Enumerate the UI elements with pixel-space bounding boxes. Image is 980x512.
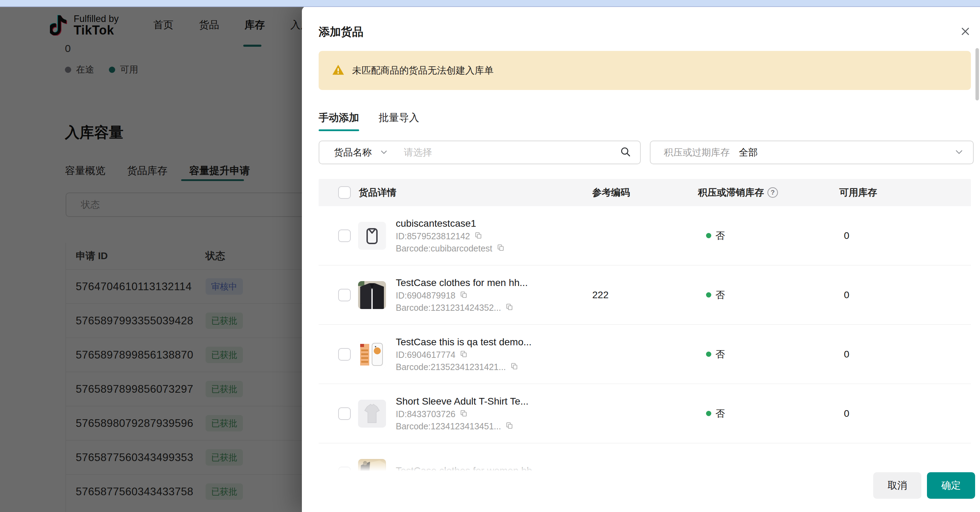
overstock-value: 否 xyxy=(716,289,725,301)
status-dot xyxy=(706,411,711,416)
overstock-value: 否 xyxy=(716,407,725,420)
product-id-line: ID:6904617774 xyxy=(396,350,531,360)
row-checkbox[interactable] xyxy=(338,348,351,361)
modal-tabs: 手动添加 批量导入 xyxy=(319,111,419,131)
product-id-line: ID:8433703726 xyxy=(396,409,528,419)
product-thumbnail xyxy=(358,222,386,250)
row-checkbox[interactable] xyxy=(338,230,351,242)
tab-batch-import[interactable]: 批量导入 xyxy=(379,111,419,131)
product-name: TestCase clothes for men hh... xyxy=(396,277,528,288)
overstock-cell: 否 xyxy=(706,348,725,361)
product-info: Short Sleeve Adult T-Shirt Te... ID:8433… xyxy=(396,396,528,431)
available-stock: 0 xyxy=(844,290,850,301)
reference-code: 222 xyxy=(592,290,609,301)
overstock-value: 否 xyxy=(716,230,725,242)
goods-table-header: 货品详情 参考编码 积压或滞销库存 ? 可用库存 xyxy=(319,179,971,206)
available-stock: 0 xyxy=(844,408,850,419)
copy-barcode-icon[interactable] xyxy=(510,362,518,372)
copy-id-icon[interactable] xyxy=(474,231,482,241)
product-id-line: ID:6904879918 xyxy=(396,290,528,301)
available-stock: 0 xyxy=(844,230,850,241)
row-checkbox[interactable] xyxy=(338,289,351,301)
column-header-available: 可用库存 xyxy=(839,186,877,199)
product-thumbnail xyxy=(358,281,386,309)
product-barcode-line: Barcode:1231231424352... xyxy=(396,303,528,313)
product-name: cubiscantestcase1 xyxy=(396,218,505,229)
search-placeholder: 请选择 xyxy=(404,146,611,159)
add-goods-modal: 添加货品 未匹配商品的货品无法创建入库单 手动添加 批量导入 货品名称 请选择 xyxy=(302,6,980,512)
product-barcode-line: Barcode:1234123413451... xyxy=(396,421,528,431)
overstock-header-label: 积压或滞销库存 xyxy=(698,186,764,199)
overstock-filter-select[interactable]: 积压或过期库存 全部 xyxy=(650,141,974,164)
copy-id-icon[interactable] xyxy=(460,409,468,419)
product-id-line: ID:8579523812142 xyxy=(396,231,505,241)
goods-row: cubiscantestcase1 ID:8579523812142 Barco… xyxy=(319,206,971,265)
jacket-photo xyxy=(358,281,386,309)
search-field-selector[interactable]: 货品名称 xyxy=(334,146,372,159)
modal-title: 添加货品 xyxy=(319,24,363,40)
package-icon xyxy=(358,222,386,250)
column-header-overstock: 积压或滞销库存 ? xyxy=(698,186,778,199)
tshirt-photo xyxy=(358,400,386,428)
product-info: TestCase this is qa test demo... ID:6904… xyxy=(396,336,531,372)
close-icon xyxy=(960,26,970,38)
overstock-cell: 否 xyxy=(706,230,725,242)
copy-barcode-icon[interactable] xyxy=(505,421,513,431)
goods-row: TestCase clothes for men hh... ID:690487… xyxy=(319,265,971,325)
goods-row: TestCase this is qa test demo... ID:6904… xyxy=(319,325,971,384)
help-icon[interactable]: ? xyxy=(767,187,778,198)
overstock-cell: 否 xyxy=(706,289,725,301)
confirm-button[interactable]: 确定 xyxy=(927,472,975,499)
product-thumbnail xyxy=(358,341,386,368)
scrollbar-thumb[interactable] xyxy=(975,48,979,100)
overstock-filter-value: 全部 xyxy=(739,146,956,159)
close-button[interactable] xyxy=(958,24,973,40)
product-info: cubiscantestcase1 ID:8579523812142 Barco… xyxy=(396,218,505,254)
tab-manual-add[interactable]: 手动添加 xyxy=(319,111,359,131)
overstock-filter-label: 积压或过期库存 xyxy=(664,146,730,159)
column-header-reference-code: 参考编码 xyxy=(592,186,630,199)
phone-photo xyxy=(358,341,386,368)
overstock-value: 否 xyxy=(716,348,725,361)
product-barcode-line: Barcode:cubibarcodetest xyxy=(396,243,505,254)
modal-footer: 取消 确定 xyxy=(302,457,980,512)
available-stock: 0 xyxy=(844,349,850,360)
copy-barcode-icon[interactable] xyxy=(496,243,505,254)
product-barcode-line: Barcode:21352341231421... xyxy=(396,362,531,372)
row-checkbox[interactable] xyxy=(338,407,351,420)
warning-icon xyxy=(332,64,344,77)
product-name: TestCase this is qa test demo... xyxy=(396,336,531,348)
overstock-cell: 否 xyxy=(706,407,725,420)
search-icon[interactable] xyxy=(620,146,631,159)
chevron-down-icon xyxy=(956,149,963,155)
column-header-goods-detail: 货品详情 xyxy=(359,186,396,199)
copy-id-icon[interactable] xyxy=(460,350,468,360)
copy-barcode-icon[interactable] xyxy=(505,303,513,313)
cancel-button[interactable]: 取消 xyxy=(873,472,921,499)
product-name: Short Sleeve Adult T-Shirt Te... xyxy=(396,396,528,407)
copy-id-icon[interactable] xyxy=(460,290,468,301)
product-info: TestCase clothes for men hh... ID:690487… xyxy=(396,277,528,313)
status-dot xyxy=(706,292,711,298)
browser-top-strip xyxy=(0,0,980,7)
product-thumbnail xyxy=(358,400,386,428)
select-all-checkbox[interactable] xyxy=(338,186,351,199)
goods-row: Short Sleeve Adult T-Shirt Te... ID:8433… xyxy=(319,384,971,443)
status-dot xyxy=(706,233,711,238)
goods-search-input[interactable]: 货品名称 请选择 xyxy=(319,141,641,164)
warning-banner: 未匹配商品的货品无法创建入库单 xyxy=(319,51,971,90)
warning-text: 未匹配商品的货品无法创建入库单 xyxy=(352,64,493,77)
status-dot xyxy=(706,352,711,357)
chevron-down-icon xyxy=(381,149,387,155)
